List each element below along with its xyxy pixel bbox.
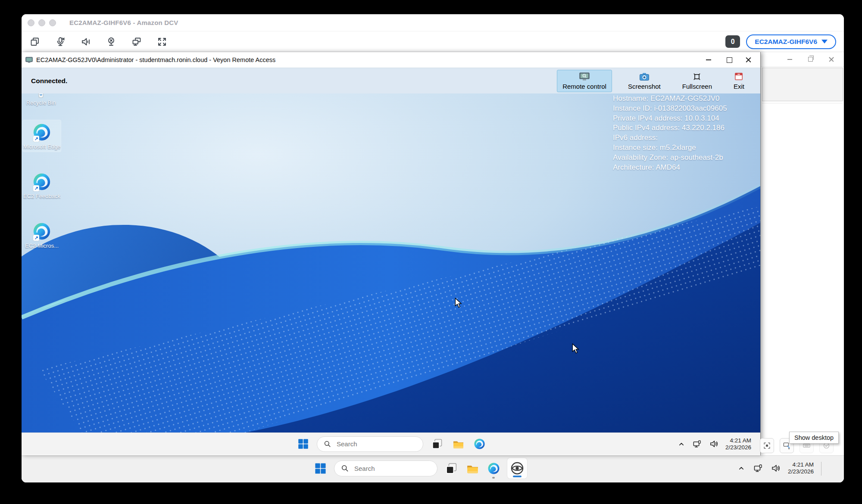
start-button[interactable]: [313, 461, 328, 476]
remote-taskbar: 4:21 AM 2/23/2026: [22, 432, 760, 455]
task-view-icon: [445, 462, 458, 475]
veyon-toolbar: Connected. Remote control: [22, 68, 760, 93]
background-window-partial: [760, 52, 844, 455]
windows-start-icon: [314, 462, 327, 475]
remote-control-button[interactable]: Remote control: [557, 70, 612, 92]
volume-tray-button[interactable]: [770, 461, 781, 476]
info-availability-zone: Availability Zone: ap-southeast-2b: [613, 153, 746, 163]
windows-start-icon: [297, 438, 309, 450]
speaker-icon[interactable]: [80, 36, 91, 47]
search-icon: [323, 440, 331, 448]
chevron-up-icon: [737, 464, 746, 473]
volume-tray-button[interactable]: [709, 437, 720, 451]
info-instance-size: Instance size: m5.2xlarge: [613, 143, 746, 153]
file-explorer-button[interactable]: [465, 461, 480, 476]
restore-button[interactable]: [808, 57, 813, 62]
notification-badge[interactable]: 0: [725, 35, 740, 48]
search-input[interactable]: [336, 440, 402, 448]
edge-browser-button[interactable]: [472, 437, 487, 451]
file-explorer-button[interactable]: [451, 437, 465, 451]
fullscreen-icon[interactable]: [156, 36, 168, 47]
show-desktop-tooltip: Show desktop: [789, 432, 839, 444]
desktop-shortcut-ec2-microsoft[interactable]: ↗ EC2 Micros...: [23, 219, 61, 251]
desktop-shortcut-ec2-feedback[interactable]: ↗ EC2 Feedback: [23, 170, 61, 201]
remote-desktop: Recycle Bin ↗ Microsoft Edge ↗: [22, 93, 760, 432]
dcv-viewport: Show desktop EC2AMAZ-GG52JV0\Administrat…: [22, 52, 844, 482]
veyon-minimize-button[interactable]: [698, 52, 719, 68]
date: 2/23/2026: [788, 468, 814, 475]
chevron-up-icon: [677, 440, 686, 448]
veyon-window: EC2AMAZ-GG52JV0\Administrator - studentm…: [22, 52, 761, 455]
clock[interactable]: 4:21 AM 2/23/2026: [788, 461, 814, 475]
shortcut-arrow-icon: ↗: [33, 136, 39, 142]
remote-control-icon: [579, 72, 590, 81]
edge-icon: [473, 438, 486, 450]
background-window-panel: [762, 68, 843, 101]
dcv-client-window: EC2AMAZ-GIHF6V6 - Amazon DCV: [22, 14, 844, 482]
close-traffic-light[interactable]: [28, 19, 34, 26]
dcv-toolbar: 0 EC2AMAZ-GIHF6V6: [22, 31, 844, 52]
windows-icon[interactable]: [29, 36, 41, 47]
clock[interactable]: 4:21 AM 2/23/2026: [725, 437, 751, 451]
zoom-traffic-light[interactable]: [49, 19, 56, 26]
displays-icon[interactable]: [131, 36, 142, 47]
background-window-titlebar: [761, 52, 844, 67]
exit-button[interactable]: Exit: [728, 70, 750, 92]
mouse-cursor: [455, 298, 462, 308]
shortcut-arrow-icon: ↗: [33, 235, 39, 241]
recycle-bin-icon[interactable]: Recycle Bin: [22, 93, 60, 106]
veyon-window-title: EC2AMAZ-GG52JV0\Administrator - studentm…: [36, 56, 275, 63]
fullscreen-button[interactable]: Fullscreen: [677, 70, 718, 92]
fullscreen-frame-icon: [692, 72, 702, 81]
veyon-close-button[interactable]: [740, 52, 760, 68]
network-tray-button[interactable]: [692, 437, 703, 451]
info-public-ip: Public IPv4 address: 43.220.2.186: [613, 123, 746, 133]
tray-chevron-button[interactable]: [677, 437, 686, 451]
task-view-button[interactable]: [444, 461, 459, 476]
task-view-button[interactable]: [430, 437, 444, 451]
veyon-eye-icon: [510, 461, 525, 476]
webcam-off-icon[interactable]: [106, 36, 117, 47]
desktop-shortcut-microsoft-edge[interactable]: ↗ Microsoft Edge: [23, 120, 61, 152]
folder-icon: [466, 462, 479, 475]
speaker-icon: [771, 463, 781, 473]
screen-snip-icon[interactable]: [760, 438, 774, 453]
search-input[interactable]: [353, 464, 420, 473]
edge-icon: [487, 462, 500, 475]
task-view-icon: [431, 438, 443, 450]
screenshot-button[interactable]: Screenshot: [622, 70, 666, 92]
show-desktop-divider[interactable]: [821, 462, 821, 476]
tray-chevron-button[interactable]: [737, 461, 746, 476]
info-architecture: Architecture: AMD64: [613, 163, 746, 173]
exit-window-icon: [734, 72, 743, 81]
recycle-bin-label: Recycle Bin: [26, 100, 56, 106]
info-private-ip: Private IPv4 address: 10.0.3.104: [613, 114, 746, 124]
edge-browser-button[interactable]: [486, 461, 501, 476]
chevron-down-icon: [821, 40, 828, 44]
minimize-traffic-light[interactable]: [38, 19, 45, 26]
date: 2/23/2026: [725, 444, 751, 451]
veyon-titlebar: EC2AMAZ-GG52JV0\Administrator - studentm…: [22, 52, 760, 68]
veyon-app-button[interactable]: [507, 458, 527, 479]
veyon-maximize-button[interactable]: [719, 52, 740, 68]
minimize-button[interactable]: [787, 59, 792, 60]
running-indicator: [492, 477, 495, 479]
background-window-body: [762, 103, 843, 453]
info-ipv6: IPv6 address:: [613, 133, 746, 143]
info-hostname: Hostname: EC2AMAZ-GG52JV0: [613, 94, 746, 104]
time: 4:21 AM: [788, 461, 814, 468]
close-button[interactable]: [829, 57, 834, 62]
mac-titlebar: EC2AMAZ-GIHF6V6 - Amazon DCV: [22, 14, 844, 31]
search-box[interactable]: [334, 460, 437, 476]
active-app-indicator: [513, 476, 522, 477]
network-tray-button[interactable]: [753, 461, 764, 476]
search-box[interactable]: [317, 436, 423, 452]
instance-info-overlay: Hostname: EC2AMAZ-GG52JV0 Instance ID: i…: [613, 94, 746, 172]
start-button[interactable]: [296, 437, 310, 451]
monitor-icon: [25, 57, 33, 63]
trash-icon: [36, 93, 46, 99]
microphone-off-icon[interactable]: [55, 36, 66, 47]
time: 4:21 AM: [725, 437, 751, 444]
hostname-dropdown-button[interactable]: EC2AMAZ-GIHF6V6: [746, 34, 836, 49]
info-instance-id: Instance ID: i-013822003aac09605: [613, 104, 746, 114]
